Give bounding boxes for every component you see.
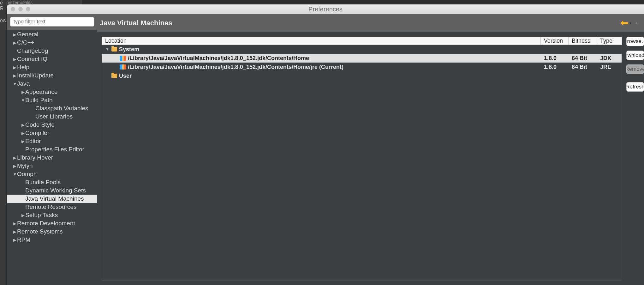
chevron-right-icon[interactable] bbox=[13, 40, 17, 45]
column-type[interactable]: Type bbox=[597, 37, 622, 45]
page-nav[interactable]: ▼ ➔ bbox=[620, 20, 638, 26]
background-strip: e R owe bbox=[0, 0, 6, 285]
tree-item-label: Bundle Pools bbox=[25, 179, 61, 186]
chevron-right-icon[interactable] bbox=[13, 229, 17, 234]
tree-item-remote-development[interactable]: Remote Development bbox=[7, 219, 97, 227]
tree-item-compiler[interactable]: Compiler bbox=[7, 129, 97, 137]
tree-item-classpath-variables[interactable]: Classpath Variables bbox=[7, 104, 97, 112]
tree-item-properties-files-editor[interactable]: Properties Files Editor bbox=[7, 145, 97, 154]
column-bitness[interactable]: Bitness bbox=[569, 37, 597, 45]
refresh-button[interactable]: Refresh bbox=[626, 82, 644, 92]
tree-item-label: General bbox=[17, 31, 39, 38]
chevron-right-icon[interactable] bbox=[21, 213, 25, 218]
preferences-tree[interactable]: GeneralC/C++ChangeLogConnect IQHelpInsta… bbox=[7, 30, 97, 285]
table-group-user[interactable]: User bbox=[102, 71, 622, 80]
back-arrow-icon[interactable] bbox=[620, 20, 628, 26]
tree-item-changelog[interactable]: ChangeLog bbox=[7, 47, 97, 55]
column-version[interactable]: Version bbox=[541, 37, 569, 45]
row-version: 1.8.0 bbox=[541, 55, 569, 62]
chevron-right-icon[interactable] bbox=[13, 155, 17, 160]
tree-item-rpm[interactable]: RPM bbox=[7, 236, 97, 244]
tree-item-java-virtual-machines[interactable]: Java Virtual Machines bbox=[7, 195, 97, 203]
tree-item-appearance[interactable]: Appearance bbox=[7, 88, 97, 96]
tree-item-general[interactable]: General bbox=[7, 30, 97, 39]
table-row[interactable]: /Library/Java/JavaVirtualMachines/jdk1.8… bbox=[102, 63, 622, 71]
tree-item-mylyn[interactable]: Mylyn bbox=[7, 162, 97, 170]
preferences-sidebar: GeneralC/C++ChangeLogConnect IQHelpInsta… bbox=[7, 14, 97, 285]
filter-input[interactable] bbox=[10, 17, 94, 27]
tree-item-editor[interactable]: Editor bbox=[7, 137, 97, 145]
tree-item-setup-tasks[interactable]: Setup Tasks bbox=[7, 211, 97, 219]
chevron-right-icon[interactable] bbox=[21, 90, 25, 94]
row-location: /Library/Java/JavaVirtualMachines/jdk1.8… bbox=[128, 64, 343, 70]
tree-item-remote-resources[interactable]: Remote Resources bbox=[7, 203, 97, 211]
chevron-right-icon[interactable] bbox=[13, 164, 17, 168]
jvm-icon bbox=[120, 64, 126, 70]
chevron-right-icon[interactable] bbox=[13, 238, 17, 242]
tree-item-label: Properties Files Editor bbox=[25, 146, 84, 153]
tree-item-label: C/C++ bbox=[17, 39, 34, 46]
tree-item-library-hover[interactable]: Library Hover bbox=[7, 154, 97, 162]
page-title: Java Virtual Machines bbox=[100, 19, 172, 27]
chevron-right-icon[interactable] bbox=[13, 73, 17, 78]
tree-item-java[interactable]: Java bbox=[7, 80, 97, 88]
chevron-down-icon[interactable] bbox=[13, 82, 17, 86]
window-titlebar: Preferences bbox=[7, 4, 644, 14]
group-label: User bbox=[119, 73, 132, 79]
table-row[interactable]: /Library/Java/JavaVirtualMachines/jdk1.8… bbox=[102, 54, 622, 63]
tree-item-dynamic-working-sets[interactable]: Dynamic Working Sets bbox=[7, 186, 97, 195]
chevron-right-icon[interactable] bbox=[21, 123, 25, 127]
tree-item-label: Compiler bbox=[25, 130, 49, 136]
tree-item-label: Setup Tasks bbox=[25, 212, 58, 219]
chevron-right-icon[interactable] bbox=[21, 139, 25, 144]
jvm-table[interactable]: Location Version Bitness Type ▼System/Li… bbox=[102, 37, 622, 281]
tree-item-label: Remote Development bbox=[17, 220, 75, 227]
preferences-window: Preferences GeneralC/C++ChangeLogConnect… bbox=[7, 4, 644, 285]
chevron-right-icon[interactable] bbox=[13, 221, 17, 226]
chevron-right-icon[interactable] bbox=[13, 57, 17, 62]
tree-item-label: Remote Resources bbox=[25, 203, 77, 210]
row-bitness: 64 Bit bbox=[569, 64, 597, 70]
tree-item-connect-iq[interactable]: Connect IQ bbox=[7, 55, 97, 63]
chevron-right-icon[interactable] bbox=[13, 32, 17, 37]
tree-item-label: Install/Update bbox=[17, 72, 54, 79]
tree-item-label: Remote Systems bbox=[17, 228, 63, 235]
tree-item-user-libraries[interactable]: User Libraries bbox=[7, 112, 97, 121]
chevron-right-icon[interactable] bbox=[21, 131, 25, 136]
chevron-down-icon[interactable] bbox=[21, 98, 25, 103]
tree-item-label: ChangeLog bbox=[17, 47, 48, 54]
row-bitness: 64 Bit bbox=[569, 55, 597, 62]
tree-item-label: Java Virtual Machines bbox=[25, 195, 84, 202]
dropdown-caret-icon[interactable]: ▼ bbox=[629, 21, 632, 25]
folder-icon bbox=[111, 47, 117, 52]
row-location: /Library/Java/JavaVirtualMachines/jdk1.8… bbox=[128, 55, 309, 62]
tree-item-label: Library Hover bbox=[17, 154, 53, 161]
tree-item-label: Help bbox=[17, 64, 29, 71]
forward-arrow-icon[interactable]: ➔ bbox=[635, 21, 638, 25]
row-type: JRE bbox=[597, 64, 622, 70]
download-button[interactable]: Download… bbox=[626, 51, 644, 60]
tree-item-code-style[interactable]: Code Style bbox=[7, 121, 97, 129]
tree-item-label: Oomph bbox=[17, 171, 37, 178]
chevron-down-icon[interactable]: ▼ bbox=[105, 47, 110, 52]
tree-item-bundle-pools[interactable]: Bundle Pools bbox=[7, 178, 97, 186]
tree-item-remote-systems[interactable]: Remote Systems bbox=[7, 227, 97, 236]
table-group-system[interactable]: ▼System bbox=[102, 45, 622, 54]
table-body[interactable]: ▼System/Library/Java/JavaVirtualMachines… bbox=[102, 45, 622, 281]
tree-item-label: Dynamic Working Sets bbox=[25, 187, 86, 194]
tree-item-oomph[interactable]: Oomph bbox=[7, 170, 97, 178]
column-location[interactable]: Location bbox=[102, 37, 541, 45]
browse-button[interactable]: Browse… bbox=[626, 37, 644, 46]
tree-item-c-c-[interactable]: C/C++ bbox=[7, 39, 97, 47]
window-title: Preferences bbox=[7, 6, 644, 13]
row-type: JDK bbox=[597, 55, 622, 62]
group-label: System bbox=[119, 46, 139, 53]
button-column: Browse… Download… Remove Refresh bbox=[622, 37, 644, 281]
tree-item-label: User Libraries bbox=[35, 113, 73, 120]
tree-item-help[interactable]: Help bbox=[7, 63, 97, 71]
chevron-right-icon[interactable] bbox=[13, 65, 17, 70]
tree-item-install-update[interactable]: Install/Update bbox=[7, 71, 97, 80]
tree-item-label: Editor bbox=[25, 138, 41, 145]
chevron-down-icon[interactable] bbox=[13, 172, 17, 177]
tree-item-build-path[interactable]: Build Path bbox=[7, 96, 97, 104]
